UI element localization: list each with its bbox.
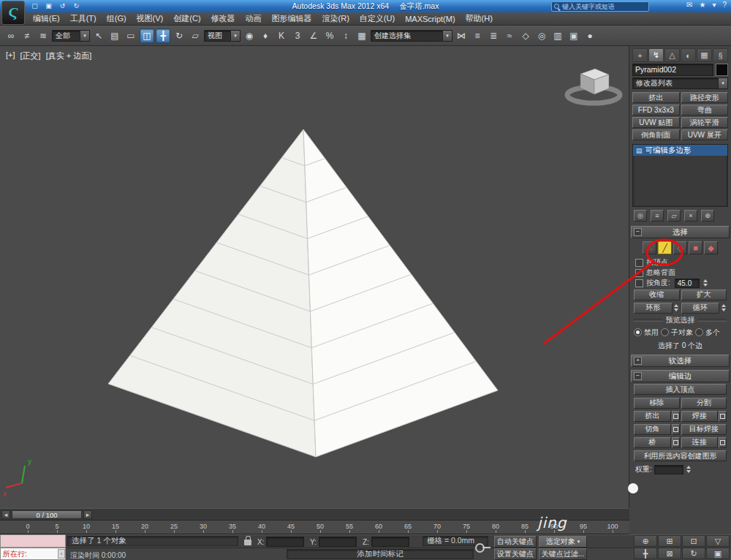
time-slider[interactable]: 0 / 100 <box>12 510 82 519</box>
modifier-set-button[interactable]: 涡轮平滑 <box>681 117 729 128</box>
menu-item[interactable]: 组(G) <box>102 12 132 26</box>
preview-multi-radio[interactable] <box>695 328 703 336</box>
infocenter-search-input[interactable]: 键入关键字或短语 <box>551 1 649 12</box>
infocenter-menu-icon[interactable]: ▾ <box>712 1 716 9</box>
zoom-all-icon[interactable]: ⊞ <box>658 535 681 547</box>
percent-snap-icon[interactable]: % <box>322 29 337 43</box>
set-key-button[interactable]: 设置关键点 <box>494 548 537 560</box>
target-weld-button[interactable]: 目标焊接 <box>681 424 727 435</box>
insert-vertex-button[interactable]: 插入顶点 <box>634 384 727 395</box>
application-menu-button[interactable]: Ϛ <box>1 1 25 25</box>
object-name-field[interactable]: Pyramid002 <box>632 64 713 76</box>
keyboard-override-icon[interactable]: K <box>274 29 289 43</box>
selected-filter-dropdown[interactable]: 选定对象 ▾ <box>539 536 587 548</box>
mirror-icon[interactable]: ⋈ <box>454 29 469 43</box>
modifier-set-button[interactable]: 倒角剖面 <box>632 129 680 140</box>
ring-spinner[interactable] <box>673 304 680 311</box>
menu-item[interactable]: 视图(V) <box>132 12 169 26</box>
menu-item[interactable]: 创建(C) <box>168 12 205 26</box>
create-tab[interactable]: + <box>632 48 648 62</box>
pan-icon[interactable]: ╋ <box>634 548 657 559</box>
modifier-set-button[interactable]: 路径变形 <box>681 92 729 103</box>
menu-item[interactable]: 编辑(E) <box>28 12 65 26</box>
modifier-stack[interactable]: ▤ 可编辑多边形 <box>632 144 728 207</box>
material-editor-icon[interactable]: ◎ <box>534 29 549 43</box>
bind-to-spacewarp-icon[interactable]: ≋ <box>36 29 50 43</box>
rollout-soft-selection-header[interactable]: + 软选择 <box>631 355 730 367</box>
viewport-label-0[interactable]: [+] <box>6 50 15 61</box>
selection-filter-dropdown[interactable]: 全部▾ <box>52 30 90 42</box>
render-setup-icon[interactable]: ▥ <box>550 29 565 43</box>
preview-subobj-radio[interactable] <box>661 328 669 336</box>
modifier-set-button[interactable]: 弯曲 <box>681 105 729 116</box>
reference-coordinate-dropdown[interactable]: 视图▾ <box>204 30 240 42</box>
remove-modifier-icon[interactable]: × <box>684 210 697 222</box>
ignore-backfacing-checkbox[interactable] <box>635 269 643 277</box>
split-button[interactable]: 分割 <box>681 398 727 409</box>
select-and-scale-icon[interactable]: ▱ <box>188 29 202 43</box>
loop-button[interactable]: 循环 <box>681 303 720 314</box>
macro-recorder-field[interactable] <box>0 534 66 548</box>
named-selection-sets-dropdown[interactable]: 创建选择集▾ <box>371 30 452 42</box>
next-frame-button[interactable]: ▸ <box>83 510 92 519</box>
select-by-name-icon[interactable]: ▤ <box>107 29 122 43</box>
menu-item[interactable]: 自定义(U) <box>355 12 400 26</box>
angle-snap-icon[interactable]: ∠ <box>306 29 321 43</box>
use-pivot-point-icon[interactable]: ◉ <box>242 29 257 43</box>
rendered-frame-icon[interactable]: ▣ <box>567 29 581 43</box>
zoom-region-icon[interactable]: ⊠ <box>658 548 681 559</box>
maximize-viewport-icon[interactable]: ▣ <box>706 548 730 559</box>
select-and-manipulate-icon[interactable]: ♦ <box>258 29 273 43</box>
viewcube[interactable] <box>567 69 620 103</box>
hierarchy-tab[interactable]: △ <box>664 48 680 62</box>
menu-item[interactable]: 修改器 <box>206 12 240 26</box>
remove-button[interactable]: 移除 <box>634 398 680 409</box>
prev-frame-button[interactable]: ◂ <box>1 510 10 519</box>
motion-tab[interactable]: ◐ <box>681 48 696 62</box>
key-filters-button[interactable]: 关键点过滤... <box>539 548 587 560</box>
render-production-icon[interactable]: ● <box>583 29 597 43</box>
fov-icon[interactable]: ▽ <box>706 535 730 547</box>
select-and-move-icon[interactable]: ╋ <box>156 29 170 43</box>
preview-disable-radio[interactable] <box>634 328 642 336</box>
select-and-rotate-icon[interactable]: ↻ <box>172 29 186 43</box>
orbit-icon[interactable]: ↻ <box>682 548 705 559</box>
edge-mode-icon[interactable]: ╱ <box>658 241 672 254</box>
track-bar[interactable]: 0510152025303540455055606570758085909510… <box>0 521 629 534</box>
connect-settings-button[interactable] <box>719 437 727 448</box>
bridge-settings-button[interactable] <box>672 437 680 448</box>
extrude-button[interactable]: 挤出 <box>634 411 671 422</box>
menu-item[interactable]: 渲染(R) <box>317 12 355 26</box>
y-coordinate-field[interactable] <box>319 537 357 547</box>
time-slider-track[interactable]: ◂ 0 / 100 ▸ <box>0 508 629 521</box>
viewport[interactable]: x y [+][正交][真实 + 边面] <box>0 46 629 508</box>
chamfer-button[interactable]: 切角 <box>634 424 671 435</box>
menu-item[interactable]: MAXScript(M) <box>400 12 460 26</box>
modifier-set-button[interactable]: UVW 贴图 <box>632 117 680 128</box>
grow-button[interactable]: 扩大 <box>681 290 727 300</box>
weld-settings-button[interactable] <box>719 411 727 422</box>
help-icon[interactable]: ? <box>722 1 727 9</box>
modifier-set-button[interactable]: 挤出 <box>632 92 680 103</box>
unlink-selection-icon[interactable]: ≠ <box>20 29 34 43</box>
shrink-button[interactable]: 收缩 <box>634 290 680 300</box>
maxscript-listener-field[interactable]: 所在行: <box>0 548 66 560</box>
border-mode-icon[interactable]: ◇ <box>673 241 687 254</box>
pin-stack-icon[interactable]: ◎ <box>634 210 647 222</box>
pyramid-object[interactable] <box>108 129 498 457</box>
modifier-set-button[interactable]: FFD 3x3x3 <box>632 105 680 116</box>
utilities-tab[interactable]: § <box>713 48 728 62</box>
stack-item-editable-poly[interactable]: ▤ 可编辑多边形 <box>633 145 727 156</box>
show-end-result-icon[interactable]: ≡ <box>651 210 664 222</box>
by-vertex-checkbox[interactable] <box>635 259 643 267</box>
chamfer-settings-button[interactable] <box>672 424 680 435</box>
redo-icon[interactable]: ↻ <box>71 1 82 11</box>
menu-item[interactable]: 动画 <box>240 12 267 26</box>
auto-key-button[interactable]: 自动关键点 <box>494 536 537 548</box>
rollout-selection-header[interactable]: − 选择 <box>631 226 730 238</box>
by-angle-spinner[interactable] <box>702 279 709 287</box>
select-and-link-icon[interactable]: ∞ <box>4 29 18 43</box>
viewport-canvas[interactable]: x y <box>0 46 629 508</box>
loop-spinner[interactable] <box>720 304 727 311</box>
modify-tab[interactable]: ↯ <box>648 48 664 62</box>
